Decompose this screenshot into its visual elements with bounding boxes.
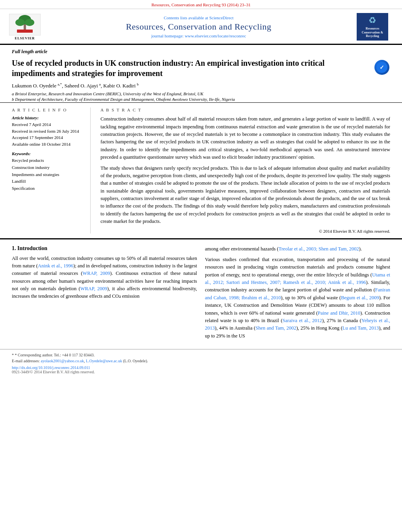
email2-link[interactable]: L.Oyedele@uwe.ac.uk — [86, 359, 122, 363]
cite-utama[interactable]: Utama et al., 2012; Sartori and Hestnes,… — [205, 272, 390, 285]
svg-point-3 — [25, 19, 34, 26]
journal-title-block: Contents lists available at ScienceDirec… — [43, 15, 355, 38]
authors: Lukumon O. Oyedele a,*, Saheed O. Ajayi … — [12, 82, 390, 89]
footnote-star: * — [12, 353, 15, 357]
doi-line[interactable]: http://dx.doi.org/10.1016/j.resconrec.20… — [12, 365, 390, 370]
crossmark-logo: ✓ — [374, 60, 390, 76]
email-label: E-mail addresses: — [12, 359, 40, 363]
article-title-row: Use of recycled products in UK construct… — [12, 58, 390, 78]
cite-shen[interactable]: Shen and Tam, 2002 — [255, 325, 296, 331]
email1-link[interactable]: ayolaok2001@yahoo.co.uk — [41, 359, 84, 363]
journal-header: ELSEVIER Contents lists available at Sci… — [0, 9, 402, 44]
cite-begum[interactable]: Begum et al., 2009 — [341, 295, 379, 300]
accepted-date: Accepted 17 September 2014 — [12, 134, 84, 141]
email-suffix: (L.O. Oyedele). — [123, 359, 148, 363]
article-title: Use of recycled products in UK construct… — [12, 58, 367, 78]
section-heading: 1. Introduction — [12, 245, 197, 252]
article-info-title: A R T I C L E I N F O — [12, 108, 84, 112]
article-section: Full length article Use of recycled prod… — [0, 45, 402, 103]
elsevier-text: ELSEVIER — [15, 36, 35, 40]
article-history: Article history: Received 7 April 2014 R… — [12, 115, 84, 147]
abstract-p1: Construction industry consumes about hal… — [100, 115, 390, 161]
email-note: E-mail addresses: ayolaok2001@yahoo.co.u… — [12, 358, 390, 364]
affiliation-b: b Department of Architecture, Faculty of… — [12, 97, 390, 102]
available-date: Available online 18 October 2014 — [12, 141, 84, 148]
elsevier-logo: ELSEVIER — [7, 14, 43, 40]
section-title: Introduction — [17, 245, 47, 251]
contents-label: Contents lists available at — [164, 15, 208, 20]
cite-saraiva[interactable]: Saraiva et al., 2012 — [283, 318, 322, 323]
doi-text[interactable]: http://dx.doi.org/10.1016/j.resconrec.20… — [12, 365, 90, 370]
homepage-url[interactable]: www.elsevier.com/locate/resconrec — [185, 33, 246, 38]
intro-left-p1: All over the world, construction industr… — [12, 255, 197, 300]
journal-logo-right: ♻ ResourcesConservation &Recycling — [355, 13, 390, 41]
footer: * * Corresponding author. Tel.: +44 0 11… — [0, 349, 402, 376]
authors-text: Lukumon O. Oyedele a,*, Saheed O. Ajayi … — [12, 83, 139, 89]
journal-logo-box: ♻ ResourcesConservation &Recycling — [357, 13, 388, 41]
keyword-2: Construction industry — [12, 164, 84, 171]
crossmark-icon: ✓ — [374, 60, 389, 75]
left-body-text: All over the world, construction industr… — [12, 255, 197, 300]
science-direct-link[interactable]: ScienceDirect — [209, 15, 234, 20]
affiliation-a: a Bristol Enterprise, Research and Innov… — [12, 91, 390, 96]
body-left: 1. Introduction All over the world, cons… — [12, 245, 197, 343]
intro-right-p1: among other environmental hazards (Treol… — [205, 245, 390, 253]
journal-homepage: journal homepage: www.elsevier.com/locat… — [43, 33, 355, 38]
recycle-icon: ♻ — [368, 15, 376, 26]
article-type: Full length article — [12, 49, 390, 55]
journal-logo-title: ResourcesConservation &Recycling — [362, 27, 383, 38]
affiliations: a Bristol Enterprise, Research and Innov… — [12, 91, 390, 102]
received-date: Received 7 April 2014 — [12, 121, 84, 128]
abstract-title: A B S T R A C T — [100, 108, 390, 112]
keywords-title: Keywords: — [12, 151, 84, 156]
cite-lu[interactable]: Lu and Tam, 2013 — [342, 325, 379, 331]
revised-date: Received in revised form 26 July 2014 — [12, 128, 84, 135]
info-section: A R T I C L E I N F O Article history: R… — [0, 103, 402, 239]
journal-reference-bar: Resources, Conservation and Recycling 93… — [0, 0, 402, 9]
body-section: 1. Introduction All over the world, cons… — [0, 239, 402, 349]
cite-paine[interactable]: Paine and Dhir, 2010 — [318, 310, 360, 316]
corresponding-note: * * Corresponding author. Tel.: +44 0 11… — [12, 352, 390, 358]
contents-line: Contents lists available at ScienceDirec… — [43, 15, 355, 20]
keyword-5: Specification — [12, 185, 84, 192]
svg-rect-5 — [17, 30, 33, 33]
page-container: Resources, Conservation and Recycling 93… — [0, 0, 402, 532]
abstract-block: A B S T R A C T Construction industry co… — [99, 108, 390, 233]
article-info: A R T I C L E I N F O Article history: R… — [12, 108, 91, 233]
keywords-section: Keywords: Recycled products Construction… — [12, 151, 84, 192]
keyword-1: Recycled products — [12, 157, 84, 164]
intro-right-p2: Various studies confirmed that excavatio… — [205, 256, 390, 340]
right-body-text: among other environmental hazards (Treol… — [205, 245, 390, 340]
section-number: 1. — [12, 245, 16, 251]
keyword-3: Impediments and strategies — [12, 171, 84, 178]
svg-text:✓: ✓ — [380, 64, 384, 70]
journal-main-title: Resources, Conservation and Recycling — [43, 22, 355, 32]
homepage-label: journal homepage: — [151, 33, 184, 38]
abstract-p2: The study shows that designers rarely sp… — [100, 165, 390, 226]
cite-wrap2[interactable]: WRAP, 2009 — [80, 286, 107, 291]
issn-line: 0921-3449/© 2014 Elsevier B.V. All right… — [12, 370, 390, 374]
keyword-4: Landfill — [12, 178, 84, 185]
elsevier-logo-img — [9, 14, 41, 35]
cite-anink[interactable]: Anink et al., 1996 — [38, 263, 73, 269]
body-right: among other environmental hazards (Treol… — [205, 245, 390, 343]
cite-treolar[interactable]: Treolar et al., 2003; Shen and Tam, 2002 — [279, 246, 359, 252]
cite-wrap[interactable]: WRAP, 2009 — [82, 271, 110, 276]
journal-reference: Resources, Conservation and Recycling 93… — [151, 2, 250, 7]
history-title: Article history: — [12, 115, 84, 120]
svg-rect-4 — [24, 24, 26, 30]
abstract-text: Construction industry consumes about hal… — [100, 115, 390, 225]
svg-point-2 — [15, 19, 25, 26]
copyright: © 2014 Elsevier B.V. All rights reserved… — [100, 229, 390, 234]
corresponding-text: * Corresponding author. Tel.: +44 0 117 … — [15, 353, 95, 357]
issn-text: 0921-3449/© 2014 Elsevier B.V. All right… — [12, 370, 95, 374]
